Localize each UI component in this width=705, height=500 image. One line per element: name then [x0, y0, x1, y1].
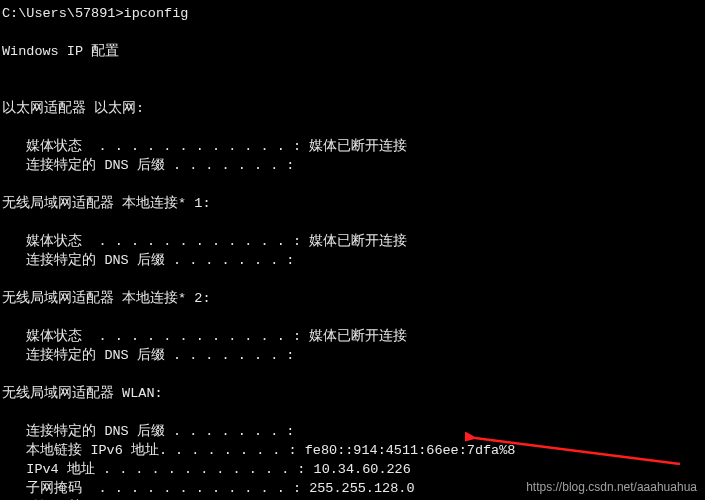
- row-label: 媒体状态: [26, 139, 82, 154]
- row-value: 媒体已断开连接: [301, 329, 407, 344]
- row-dots: . . . . . . . :: [165, 424, 295, 439]
- row-dots: . . . . . . . . . . . . :: [95, 462, 306, 477]
- row-dots: . . . . . . . . . . . . :: [82, 329, 301, 344]
- row-value: 10.34.60.226: [305, 462, 410, 477]
- row-label: 连接特定的 DNS 后缀: [26, 253, 165, 268]
- watermark: https://blog.csdn.net/aaahuahua: [526, 480, 697, 494]
- adapter-title: 无线局域网适配器 WLAN:: [2, 386, 163, 401]
- adapter-title: 以太网适配器 以太网:: [2, 101, 144, 116]
- row-label: 媒体状态: [26, 234, 82, 249]
- row-dots: . . . . . . . . . . . . :: [82, 481, 301, 496]
- row-value: 媒体已断开连接: [301, 234, 407, 249]
- row-dots: . . . . . . . . . . . . :: [82, 139, 301, 154]
- row-label: 连接特定的 DNS 后缀: [26, 424, 165, 439]
- adapter-title: 无线局域网适配器 本地连接* 2:: [2, 291, 211, 306]
- prompt: C:\Users\57891>: [2, 6, 124, 21]
- row-value: 255.255.128.0: [301, 481, 414, 496]
- prompt-line: C:\Users\57891>ipconfig: [2, 6, 188, 21]
- row-dots: . . . . . . . :: [165, 348, 295, 363]
- row-dots: . . . . . . . :: [165, 253, 295, 268]
- row-dots: . . . . . . . . :: [159, 443, 297, 458]
- row-label: 媒体状态: [26, 329, 82, 344]
- row-label: IPv4 地址: [26, 462, 95, 477]
- adapter-title: 无线局域网适配器 本地连接* 1:: [2, 196, 211, 211]
- row-value: 媒体已断开连接: [301, 139, 407, 154]
- terminal-output[interactable]: C:\Users\57891>ipconfig Windows IP 配置 以太…: [0, 0, 705, 500]
- ipconfig-header: Windows IP 配置: [2, 44, 119, 59]
- row-dots: . . . . . . . :: [165, 158, 295, 173]
- row-label: 子网掩码: [26, 481, 82, 496]
- row-label: 本地链接 IPv6 地址: [26, 443, 159, 458]
- row-dots: . . . . . . . . . . . . :: [82, 234, 301, 249]
- row-value: fe80::914:4511:66ee:7dfa%8: [297, 443, 516, 458]
- row-label: 连接特定的 DNS 后缀: [26, 348, 165, 363]
- command: ipconfig: [124, 6, 189, 21]
- row-label: 连接特定的 DNS 后缀: [26, 158, 165, 173]
